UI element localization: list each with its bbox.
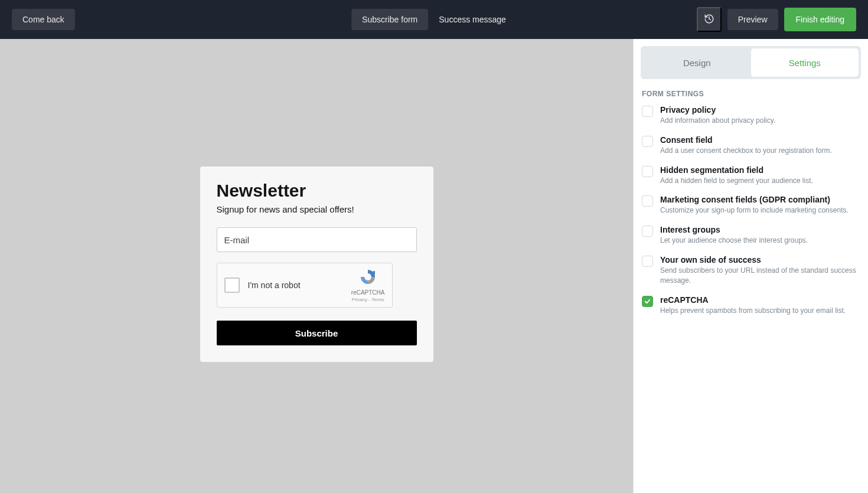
setting-title: Marketing consent fields (GDPR compliant…	[660, 195, 861, 204]
setting-description: Add a hidden field to segment your audie…	[660, 176, 861, 186]
setting-title: reCAPTCHA	[660, 295, 861, 305]
back-button[interactable]: Come back	[12, 9, 75, 30]
header-tabs: Subscribe form Success message	[351, 9, 517, 30]
panel-tabs: Design Settings	[641, 46, 861, 79]
setting-description: Add information about privacy policy.	[660, 116, 861, 126]
setting-row: reCAPTCHAHelps prevent spambots from sub…	[641, 295, 861, 316]
setting-row: Privacy policyAdd information about priv…	[641, 105, 861, 126]
app-header: Come back Subscribe form Success message…	[0, 0, 868, 39]
setting-row: Consent fieldAdd a user consent checkbox…	[641, 135, 861, 156]
panel-tab-settings[interactable]: Settings	[751, 48, 859, 77]
canvas: Newsletter Signup for news and special o…	[0, 39, 633, 493]
setting-title: Interest groups	[660, 225, 861, 234]
setting-checkbox[interactable]	[642, 226, 653, 237]
settings-sidebar: Design Settings FORM SETTINGS Privacy po…	[633, 39, 868, 493]
check-icon	[644, 298, 651, 305]
setting-description: Add a user consent checkbox to your regi…	[660, 146, 861, 156]
recaptcha-label: I'm not a robot	[248, 280, 343, 290]
setting-row: Marketing consent fields (GDPR compliant…	[641, 195, 861, 216]
recaptcha-branding: reCAPTCHA Privacy - Terms	[351, 268, 385, 302]
setting-row: Hidden segmentation fieldAdd a hidden fi…	[641, 165, 861, 186]
setting-text: Your own side of successSend subscribers…	[660, 255, 861, 286]
recaptcha-icon	[358, 268, 377, 288]
setting-description: Customize your sign-up form to include m…	[660, 205, 861, 216]
setting-row: Your own side of successSend subscribers…	[641, 255, 861, 286]
setting-checkbox[interactable]	[642, 136, 653, 147]
setting-description: Helps prevent spambots from subscribing …	[660, 306, 861, 316]
newsletter-card: Newsletter Signup for news and special o…	[200, 166, 433, 362]
setting-title: Hidden segmentation field	[660, 165, 861, 175]
setting-text: Privacy policyAdd information about priv…	[660, 105, 861, 126]
setting-checkbox[interactable]	[642, 256, 653, 267]
main-area: Newsletter Signup for news and special o…	[0, 39, 868, 493]
settings-list: Privacy policyAdd information about priv…	[641, 105, 861, 325]
setting-title: Your own side of success	[660, 255, 861, 265]
recaptcha-box: I'm not a robot reCAPTCHA Privacy - Term…	[217, 263, 393, 308]
subscribe-button[interactable]: Subscribe	[217, 321, 417, 345]
setting-text: Consent fieldAdd a user consent checkbox…	[660, 135, 861, 156]
history-icon	[704, 14, 714, 26]
header-right: Preview Finish editing	[697, 7, 856, 32]
setting-text: reCAPTCHAHelps prevent spambots from sub…	[660, 295, 861, 316]
setting-description: Send subscribers to your URL instead of …	[660, 266, 861, 286]
recaptcha-links: Privacy - Terms	[352, 297, 384, 302]
setting-text: Interest groupsLet your audience choose …	[660, 225, 861, 246]
preview-button[interactable]: Preview	[727, 9, 778, 30]
setting-checkbox[interactable]	[642, 106, 653, 117]
setting-text: Marketing consent fields (GDPR compliant…	[660, 195, 861, 216]
setting-title: Consent field	[660, 135, 861, 145]
recaptcha-checkbox[interactable]	[224, 277, 240, 293]
history-button[interactable]	[697, 7, 722, 32]
tab-subscribe-form[interactable]: Subscribe form	[351, 9, 428, 30]
recaptcha-name: reCAPTCHA	[351, 289, 385, 296]
setting-title: Privacy policy	[660, 105, 861, 115]
setting-text: Hidden segmentation fieldAdd a hidden fi…	[660, 165, 861, 186]
tab-success-message[interactable]: Success message	[428, 9, 517, 30]
setting-row: Interest groupsLet your audience choose …	[641, 225, 861, 246]
email-field[interactable]	[217, 227, 417, 252]
setting-checkbox[interactable]	[642, 296, 653, 307]
setting-description: Let your audience choose their interest …	[660, 236, 861, 246]
setting-checkbox[interactable]	[642, 166, 653, 177]
header-left: Come back	[12, 9, 75, 30]
newsletter-title: Newsletter	[217, 181, 417, 201]
panel-tab-design[interactable]: Design	[643, 48, 751, 77]
setting-checkbox[interactable]	[642, 195, 653, 207]
finish-editing-button[interactable]: Finish editing	[784, 8, 857, 31]
newsletter-subtitle: Signup for news and special offers!	[217, 204, 417, 214]
section-heading: FORM SETTINGS	[641, 90, 861, 98]
